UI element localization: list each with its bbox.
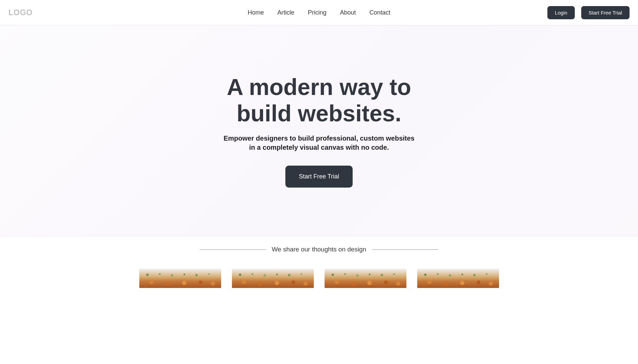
- hero-title-line2: build websites.: [237, 100, 401, 126]
- card-image[interactable]: [139, 269, 221, 288]
- start-free-trial-hero-button[interactable]: Start Free Trial: [285, 166, 353, 188]
- divider-section: We share our thoughts on design: [0, 236, 638, 260]
- nav-pricing[interactable]: Pricing: [308, 9, 326, 16]
- main-nav: Home Article Pricing About Contact: [247, 9, 390, 16]
- hero-section: A modern way to build websites. Empower …: [0, 25, 638, 236]
- divider-line-right: [372, 249, 438, 250]
- start-free-trial-header-button[interactable]: Start Free Trial: [581, 6, 630, 19]
- nav-article[interactable]: Article: [277, 9, 294, 16]
- hero-title-line1: A modern way to: [227, 74, 411, 100]
- hero-subtitle-line2: in a completely visual canvas with no co…: [249, 144, 389, 151]
- hero-subtitle: Empower designers to build professional,…: [223, 134, 415, 152]
- hero-title: A modern way to build websites.: [227, 74, 411, 126]
- card-image[interactable]: [417, 269, 499, 288]
- nav-contact[interactable]: Contact: [370, 9, 391, 16]
- divider-text: We share our thoughts on design: [272, 246, 367, 253]
- hero-subtitle-line1: Empower designers to build professional,…: [223, 135, 415, 142]
- header: LOGO Home Article Pricing About Contact …: [0, 0, 638, 25]
- cards-row: [0, 260, 638, 288]
- nav-about[interactable]: About: [340, 9, 356, 16]
- nav-home[interactable]: Home: [247, 9, 264, 16]
- divider-line-left: [200, 249, 266, 250]
- card-image[interactable]: [325, 269, 406, 288]
- login-button[interactable]: Login: [547, 6, 575, 19]
- header-buttons: Login Start Free Trial: [547, 6, 630, 19]
- card-image[interactable]: [232, 269, 314, 288]
- logo: LOGO: [8, 8, 33, 17]
